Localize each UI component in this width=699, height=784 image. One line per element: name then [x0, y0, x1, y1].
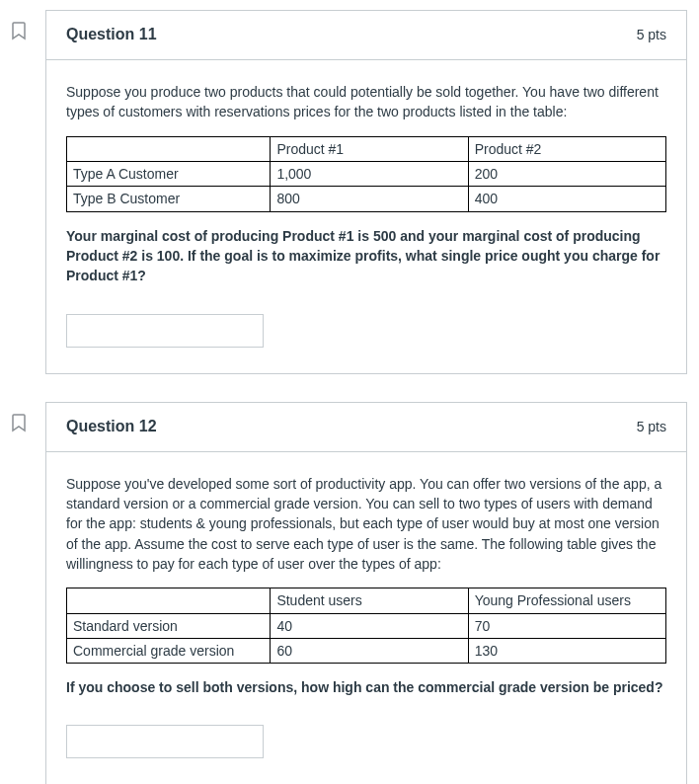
table-cell — [67, 136, 271, 161]
question-title: Question 11 — [66, 23, 157, 45]
question-followup: If you choose to sell both versions, how… — [66, 677, 666, 697]
question-card: Question 12 5 pts Suppose you've develop… — [45, 402, 687, 784]
question-points: 5 pts — [637, 25, 666, 44]
bookmark-icon[interactable] — [12, 421, 28, 436]
table-cell: 70 — [468, 613, 665, 638]
question-title: Question 12 — [66, 415, 157, 437]
table-cell: 40 — [271, 613, 468, 638]
question-12-block: Question 12 5 pts Suppose you've develop… — [12, 402, 687, 784]
table-cell: Product #2 — [468, 136, 665, 161]
question-intro: Suppose you produce two products that co… — [66, 82, 666, 122]
question-body: Suppose you've developed some sort of pr… — [46, 452, 686, 784]
bookmark-col — [12, 402, 45, 784]
question-intro: Suppose you've developed some sort of pr… — [66, 474, 666, 574]
question-body: Suppose you produce two products that co… — [46, 60, 686, 372]
answer-input[interactable] — [66, 314, 264, 348]
table-row: Standard version 40 70 — [67, 613, 666, 638]
table-cell: Type A Customer — [67, 162, 271, 187]
question-11-block: Question 11 5 pts Suppose you produce tw… — [12, 10, 687, 374]
table-row: Commercial grade version 60 130 — [67, 638, 666, 663]
table-row: Type A Customer 1,000 200 — [67, 162, 666, 187]
table-row: Type B Customer 800 400 — [67, 187, 666, 211]
table-cell — [67, 588, 271, 613]
table-cell: Standard version — [67, 613, 271, 638]
table-row: Product #1 Product #2 — [67, 136, 666, 161]
reservation-price-table: Product #1 Product #2 Type A Customer 1,… — [66, 136, 666, 212]
table-cell: 800 — [271, 187, 468, 211]
question-header: Question 12 5 pts — [46, 403, 686, 452]
table-cell: 1,000 — [271, 162, 468, 187]
question-followup: Your marginal cost of producing Product … — [66, 226, 666, 286]
question-points: 5 pts — [637, 417, 666, 436]
willingness-to-pay-table: Student users Young Professional users S… — [66, 588, 666, 664]
table-cell: Commercial grade version — [67, 638, 271, 663]
table-cell: Product #1 — [271, 136, 468, 161]
table-cell: Type B Customer — [67, 187, 271, 211]
table-cell: Young Professional users — [468, 588, 665, 613]
bookmark-icon[interactable] — [12, 29, 28, 44]
answer-input[interactable] — [66, 725, 264, 758]
table-cell: 400 — [468, 187, 665, 211]
question-header: Question 11 5 pts — [46, 11, 686, 60]
table-row: Student users Young Professional users — [67, 588, 666, 613]
table-cell: 130 — [468, 638, 665, 663]
question-card: Question 11 5 pts Suppose you produce tw… — [45, 10, 687, 374]
table-cell: 200 — [468, 162, 665, 187]
bookmark-col — [12, 10, 45, 374]
table-cell: 60 — [271, 638, 468, 663]
table-cell: Student users — [271, 588, 468, 613]
